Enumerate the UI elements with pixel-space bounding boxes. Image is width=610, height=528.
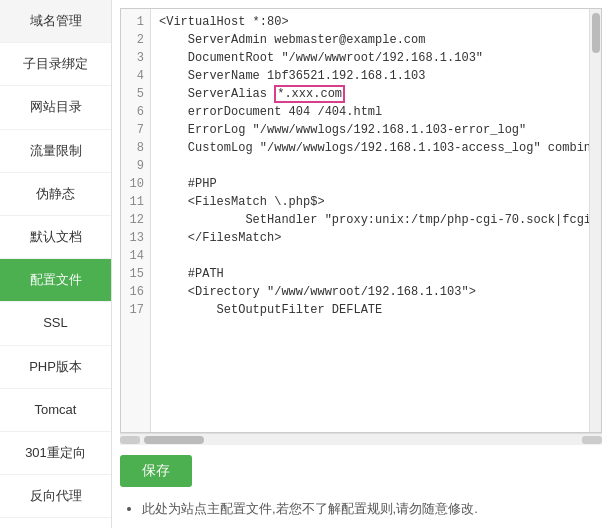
sidebar-item-traffic[interactable]: 流量限制 — [0, 130, 111, 173]
toolbar: 保存 — [112, 445, 610, 493]
sidebar-item-tomcat[interactable]: Tomcat — [0, 389, 111, 432]
sidebar-item-ssl[interactable]: SSL — [0, 302, 111, 345]
code-line-2: ServerAdmin webmaster@example.com — [151, 31, 589, 49]
code-line-10: #PHP — [151, 175, 589, 193]
code-line-15: #PATH — [151, 265, 589, 283]
code-line-16: <Directory "/www/wwwroot/192.168.1.103"> — [151, 283, 589, 301]
sidebar: 域名管理 子目录绑定 网站目录 流量限制 伪静态 默认文档 配置文件 SSL P… — [0, 0, 112, 528]
sidebar-item-config[interactable]: 配置文件 — [0, 259, 111, 302]
vertical-scrollbar[interactable] — [589, 9, 601, 432]
line-numbers: 1 2 3 4 5 6 7 8 9 10 11 12 13 14 15 16 1… — [121, 9, 151, 432]
sidebar-item-php[interactable]: PHP版本 — [0, 346, 111, 389]
main-content: 1 2 3 4 5 6 7 8 9 10 11 12 13 14 15 16 1… — [112, 0, 610, 528]
code-lines[interactable]: <VirtualHost *:80> ServerAdmin webmaster… — [151, 9, 589, 432]
highlighted-text: *.xxx.com — [274, 85, 345, 103]
code-line-1: <VirtualHost *:80> — [151, 13, 589, 31]
code-line-5: ServerAlias *.xxx.com — [151, 85, 589, 103]
h-scroll-thumb[interactable] — [144, 436, 204, 444]
h-scroll-left[interactable] — [120, 436, 140, 444]
sidebar-item-scan[interactable]: 风险扫描 — [0, 518, 111, 528]
code-line-12: SetHandler "proxy:unix:/tmp/php-cgi-70.s… — [151, 211, 589, 229]
sidebar-item-301[interactable]: 301重定向 — [0, 432, 111, 475]
scrollbar-thumb[interactable] — [592, 13, 600, 53]
note-area: 此处为站点主配置文件,若您不了解配置规则,请勿随意修改. — [112, 493, 610, 528]
sidebar-item-webdir[interactable]: 网站目录 — [0, 86, 111, 129]
sidebar-item-default-doc[interactable]: 默认文档 — [0, 216, 111, 259]
note-text: 此处为站点主配置文件,若您不了解配置规则,请勿随意修改. — [142, 499, 598, 520]
h-scroll-right[interactable] — [582, 436, 602, 444]
code-line-3: DocumentRoot "/www/wwwroot/192.168.1.103… — [151, 49, 589, 67]
horizontal-scrollbar[interactable] — [120, 433, 602, 445]
code-line-9 — [151, 157, 589, 175]
code-line-6: errorDocument 404 /404.html — [151, 103, 589, 121]
code-line-8: CustomLog "/www/wwwlogs/192.168.1.103-ac… — [151, 139, 589, 157]
sidebar-item-rewrite[interactable]: 伪静态 — [0, 173, 111, 216]
code-line-11: <FilesMatch \.php$> — [151, 193, 589, 211]
sidebar-item-proxy[interactable]: 反向代理 — [0, 475, 111, 518]
sidebar-item-subdir[interactable]: 子目录绑定 — [0, 43, 111, 86]
code-line-7: ErrorLog "/www/wwwlogs/192.168.1.103-err… — [151, 121, 589, 139]
sidebar-item-domain[interactable]: 域名管理 — [0, 0, 111, 43]
code-line-14 — [151, 247, 589, 265]
code-line-17: SetOutputFilter DEFLATE — [151, 301, 589, 319]
code-editor[interactable]: 1 2 3 4 5 6 7 8 9 10 11 12 13 14 15 16 1… — [120, 8, 602, 433]
code-line-4: ServerName 1bf36521.192.168.1.103 — [151, 67, 589, 85]
save-button[interactable]: 保存 — [120, 455, 192, 487]
code-line-13: </FilesMatch> — [151, 229, 589, 247]
